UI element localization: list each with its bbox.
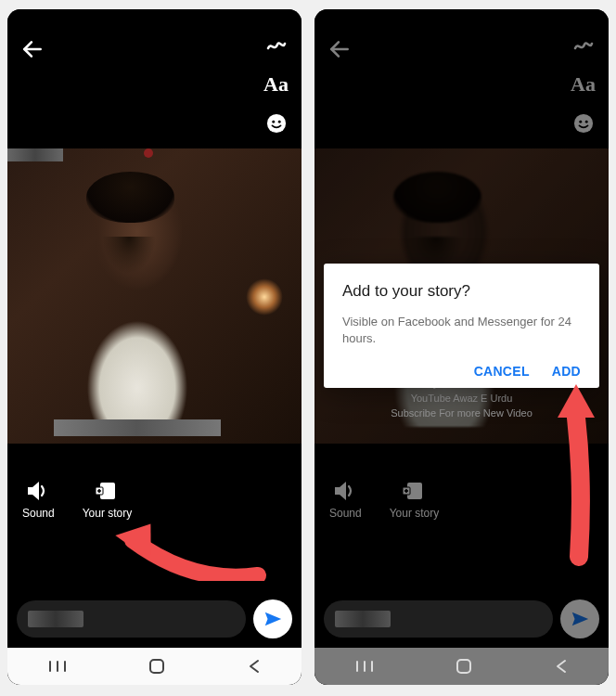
editor-bottom-area: Sound Your story xyxy=(314,444,609,685)
svg-point-17 xyxy=(573,114,592,133)
sound-toggle[interactable]: Sound xyxy=(22,481,55,520)
svg-point-18 xyxy=(579,121,582,123)
story-media-preview xyxy=(7,148,302,444)
recipient-pill[interactable] xyxy=(17,600,246,638)
editor-top-area: Aa xyxy=(7,9,302,148)
svg-point-19 xyxy=(584,121,587,123)
dialog-add-button[interactable]: ADD xyxy=(552,364,581,379)
nav-recents-icon[interactable] xyxy=(48,660,67,673)
sound-toggle: Sound xyxy=(329,481,362,520)
speaker-icon xyxy=(333,481,357,501)
nav-back-icon[interactable] xyxy=(555,659,568,674)
svg-point-2 xyxy=(272,121,275,123)
smiley-icon xyxy=(266,113,287,134)
compose-row xyxy=(324,599,599,638)
svg-point-1 xyxy=(266,114,285,133)
dialog-title: Add to your story? xyxy=(342,282,581,301)
send-icon xyxy=(570,609,590,629)
speaker-icon xyxy=(26,481,50,501)
svg-rect-15 xyxy=(150,660,163,673)
smiley-icon xyxy=(573,113,594,134)
your-story-button: Your story xyxy=(390,481,440,520)
nav-home-icon[interactable] xyxy=(456,658,472,675)
sound-label: Sound xyxy=(329,507,362,520)
editor-top-area: Aa xyxy=(314,9,609,148)
back-arrow-icon xyxy=(327,37,352,61)
svg-point-3 xyxy=(277,121,280,123)
text-tool[interactable]: Aa xyxy=(263,72,289,97)
scribble-icon xyxy=(265,35,288,56)
scribble-icon xyxy=(572,35,595,56)
story-editor-screen-right: Aa بیت ی یچان YouTube Awaz E Urdu Subscr… xyxy=(314,9,609,685)
android-nav-bar xyxy=(7,648,302,685)
android-nav-bar xyxy=(314,648,609,685)
dialog-body: Visible on Facebook and Messenger for 24… xyxy=(342,314,581,347)
nav-home-icon[interactable] xyxy=(148,658,165,675)
dialog-cancel-button[interactable]: CANCEL xyxy=(474,364,530,379)
your-story-label: Your story xyxy=(390,507,440,520)
back-button xyxy=(327,37,352,65)
sticker-tool[interactable] xyxy=(266,113,287,134)
compose-row xyxy=(17,599,292,638)
nav-recents-icon[interactable] xyxy=(355,660,374,673)
your-story-button[interactable]: Your story xyxy=(83,481,133,520)
text-tool: Aa xyxy=(571,72,596,97)
add-to-story-dialog: Add to your story? Visible on Facebook a… xyxy=(324,264,599,388)
back-button[interactable] xyxy=(20,37,45,65)
send-button xyxy=(560,599,599,638)
add-story-icon xyxy=(403,481,427,501)
your-story-label: Your story xyxy=(83,507,133,520)
recipient-pill xyxy=(324,600,553,638)
send-icon xyxy=(263,609,283,629)
sticker-tool xyxy=(573,113,594,134)
editor-bottom-area: Sound Your story xyxy=(7,444,302,685)
back-arrow-icon xyxy=(20,37,45,61)
svg-rect-31 xyxy=(457,660,470,673)
nav-back-icon[interactable] xyxy=(248,659,261,674)
story-editor-screen-left: Aa Sound Your story xyxy=(7,9,302,685)
scribble-tool[interactable] xyxy=(265,35,288,56)
scribble-tool xyxy=(572,35,595,56)
send-button[interactable] xyxy=(253,599,292,638)
add-story-icon xyxy=(96,481,120,501)
sound-label: Sound xyxy=(22,507,55,520)
